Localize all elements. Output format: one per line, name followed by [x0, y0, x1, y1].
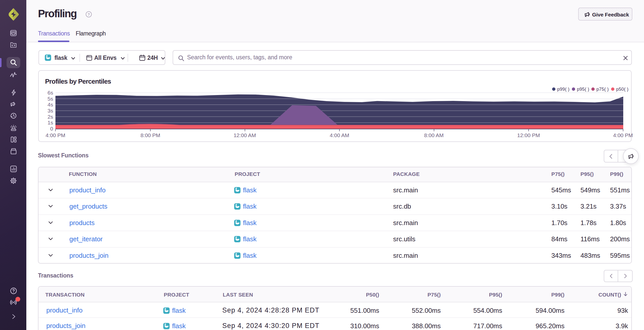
- svg-text:?: ?: [88, 12, 90, 16]
